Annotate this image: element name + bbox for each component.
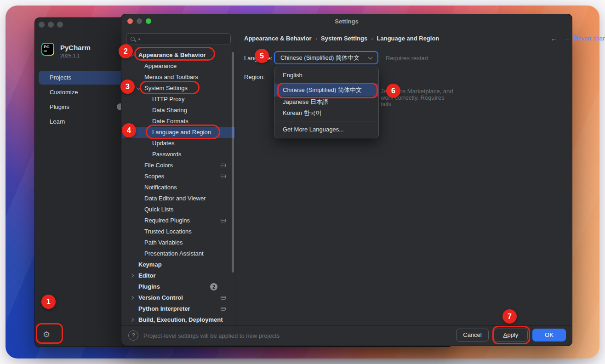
forward-icon[interactable]: → [563, 34, 570, 42]
settings-tree-item[interactable]: Required Plugins [122, 215, 235, 226]
breadcrumb-item[interactable]: Appearance & Behavior [244, 35, 312, 42]
settings-tree-item[interactable]: Notifications [122, 182, 235, 193]
cancel-button[interactable]: Cancel [456, 329, 489, 341]
tree-item-label: Quick Lists [144, 204, 174, 215]
settings-tree-item[interactable]: Presentation Assistant [122, 248, 235, 259]
welcome-nav-label: Plugins [50, 103, 69, 110]
screenshot-root: PC PyCharm 2025.1.1 Projects Customize P… [0, 0, 605, 364]
window-zoom-icon[interactable] [57, 22, 63, 28]
breadcrumb-separator: › [371, 35, 373, 42]
welcome-nav-item[interactable]: Projects [39, 71, 129, 85]
welcome-nav-item[interactable]: Learn [39, 115, 129, 129]
settings-tree-item[interactable]: File Colors [122, 160, 235, 171]
chevron-down-icon [138, 39, 141, 40]
settings-tree-item[interactable]: HTTP Proxy [122, 94, 235, 105]
tree-item-label: Python Interpreter [138, 303, 190, 314]
welcome-nav-item[interactable]: Customize [39, 85, 129, 99]
region-help-text: tails. [381, 101, 393, 108]
welcome-nav-label: Customize [50, 89, 78, 96]
shared-settings-icon [221, 175, 226, 178]
language-menu-item[interactable]: English [274, 70, 378, 81]
window-close-icon[interactable] [39, 22, 45, 28]
settings-search[interactable] [126, 33, 231, 45]
annotation-box-gear [36, 323, 63, 344]
settings-tree-item[interactable]: Editor [122, 270, 235, 281]
tree-item-label: Editor [138, 270, 156, 281]
tree-item-label: Version Control [138, 292, 183, 303]
annotation-box-chinese-option [277, 83, 378, 98]
app-name: PyCharm [60, 44, 91, 51]
tree-item-label: Data Editor and Viewer [144, 193, 205, 204]
breadcrumb: Appearance & Behavior › System Settings … [244, 34, 439, 42]
step-badge-7: 7 [502, 309, 517, 324]
language-dropdown[interactable]: Chinese (Simplified) 简体中文 [274, 51, 378, 64]
settings-tree-item[interactable]: Appearance [122, 61, 235, 72]
search-input[interactable] [142, 34, 228, 45]
settings-tree-item[interactable]: Scopes [122, 171, 235, 182]
annotation-box-apply [492, 326, 530, 344]
chevron-icon[interactable] [130, 296, 134, 300]
chevron-icon[interactable] [130, 274, 134, 278]
settings-tree-item[interactable]: Data Editor and Viewer [122, 193, 235, 204]
annotation-box-appearance-behavior [134, 47, 215, 61]
settings-tree-item[interactable]: Updates [122, 138, 235, 149]
settings-tree-item[interactable]: Keymap [122, 259, 235, 270]
app-version: 2025.1.1 [60, 53, 80, 58]
settings-tree-item[interactable]: Data Sharing [122, 105, 235, 116]
settings-tree-item[interactable]: Passwords [122, 149, 235, 160]
back-icon[interactable]: ← [550, 34, 557, 42]
breadcrumb-item[interactable]: System Settings [321, 35, 367, 42]
tree-scrollbar[interactable] [232, 52, 234, 273]
tree-item-label: Scopes [144, 171, 164, 182]
tree-item-label: Plugins [138, 281, 160, 292]
step-badge-2: 2 [119, 44, 133, 58]
settings-tree-item[interactable]: Path Variables [122, 237, 235, 248]
tree-item-label: Keymap [138, 259, 162, 270]
language-menu-item-label: English [283, 72, 302, 79]
ok-button[interactable]: OK [532, 329, 566, 341]
dialog-title: Settings [121, 18, 572, 25]
panel-divider [235, 43, 235, 325]
settings-tree-item[interactable]: Trusted Locations [122, 226, 235, 237]
search-icon [130, 36, 137, 43]
region-label: Region: [244, 74, 265, 80]
count-badge: 2 [210, 283, 217, 290]
pycharm-logo: PC [41, 43, 54, 56]
tree-item-label: Passwords [152, 149, 182, 160]
settings-tree-item[interactable]: Quick Lists [122, 204, 235, 215]
language-menu-item[interactable]: Korean 한국어 [274, 108, 378, 119]
breadcrumb-item[interactable]: Language and Region [377, 35, 439, 42]
tree-item-label: Data Sharing [152, 105, 187, 116]
settings-dialog: Settings Appearance & Behavior Appearanc… [121, 14, 572, 346]
language-menu-item-label: Japanese 日本語 [283, 98, 328, 105]
step-badge-3: 3 [120, 80, 135, 94]
get-more-languages-item[interactable]: Get More Languages... [274, 124, 378, 136]
settings-tree-item[interactable]: Build, Execution, Deployment [122, 314, 235, 325]
tree-item-label: Presentation Assistant [144, 248, 204, 259]
tree-item-label: Path Variables [144, 237, 183, 248]
tree-item-label: Required Plugins [144, 215, 190, 226]
requires-restart-note: Requires restart [386, 55, 428, 62]
welcome-nav-item[interactable]: Plugins [39, 100, 129, 114]
settings-tree-item[interactable]: Version Control [122, 292, 235, 303]
welcome-nav-label: Projects [50, 74, 71, 81]
chevron-icon[interactable] [130, 318, 134, 322]
window-minimize-icon[interactable] [48, 22, 54, 28]
tree-item-label: Appearance [144, 61, 177, 72]
help-icon[interactable]: ? [128, 330, 138, 341]
tree-item-label: File Colors [144, 160, 173, 171]
settings-tree-item[interactable]: Python Interpreter [122, 303, 235, 314]
language-dropdown-value: Chinese (Simplified) 简体中文 [280, 54, 360, 61]
shared-settings-icon [221, 164, 226, 167]
shared-settings-icon [221, 307, 226, 311]
step-badge-6: 6 [386, 84, 400, 98]
language-menu-item-label: Korean 한국어 [283, 109, 322, 116]
welcome-nav: Projects Customize Plugins Learn [39, 71, 129, 130]
menu-separator [275, 121, 378, 121]
logo-text: PC [44, 45, 50, 49]
shared-settings-icon [221, 296, 226, 300]
settings-tree-item[interactable]: Plugins 2 [122, 281, 235, 292]
annotation-box-system-settings [140, 81, 200, 94]
tree-item-label: Notifications [144, 182, 177, 193]
chevron-down-icon [368, 55, 373, 60]
